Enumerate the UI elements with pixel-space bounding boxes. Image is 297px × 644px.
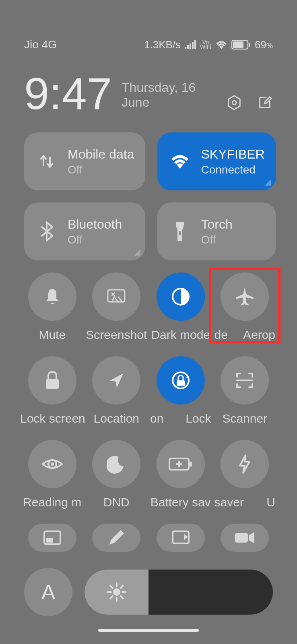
clock-date: Thursday, 16 June <box>122 80 217 116</box>
wifi-expand-icon[interactable] <box>265 179 271 186</box>
large-tiles: Mobile data Off SKYFIBER Connected Bluet… <box>0 116 297 260</box>
settings-icon[interactable] <box>226 95 242 111</box>
edit-icon[interactable] <box>257 95 273 111</box>
battery-icon <box>231 40 251 50</box>
auto-rotate-label: on Lock <box>148 412 213 425</box>
svg-rect-4 <box>194 40 196 49</box>
wifi-icon <box>215 40 227 49</box>
lock-screen-label: Lock screen <box>20 412 85 425</box>
bluetooth-title: Bluetooth <box>68 217 122 232</box>
brightness-icon <box>107 582 126 602</box>
brightness-fill <box>85 570 148 615</box>
torch-sub: Off <box>201 233 232 246</box>
battery-saver-label: Battery sav <box>148 495 213 509</box>
bluetooth-sub: Off <box>68 233 122 246</box>
svg-rect-6 <box>233 41 243 48</box>
data-rate: 1.3KB/s <box>144 39 181 51</box>
auto-brightness-button[interactable]: A <box>24 568 72 616</box>
screenshot-toggle[interactable] <box>92 272 140 321</box>
bluetooth-tile[interactable]: Bluetooth Off <box>24 202 145 260</box>
svg-rect-7 <box>249 43 250 47</box>
clock-time: 9:47 <box>24 71 112 116</box>
torch-title: Torch <box>201 217 232 232</box>
mute-label: Mute <box>20 328 85 342</box>
vowifi-icon: VoWiFi <box>200 40 211 49</box>
toggle-grid: Mute Screenshot Dark mode de Aerop Lock … <box>0 260 297 552</box>
screenshot-label: Screenshot <box>85 328 149 342</box>
dnd-label: DND <box>85 495 149 509</box>
dark-mode-toggle[interactable] <box>157 272 205 321</box>
svg-point-19 <box>51 462 54 466</box>
torch-tile[interactable]: Torch Off <box>157 202 276 260</box>
edit-toggles-toggle[interactable] <box>92 524 140 552</box>
ultra-saver-toggle[interactable] <box>221 440 269 488</box>
floating-window-toggle[interactable] <box>28 524 76 552</box>
screen-record-toggle[interactable] <box>221 524 269 552</box>
svg-rect-23 <box>46 538 53 543</box>
aeroplane-label: de Aerop <box>213 328 277 342</box>
svg-rect-0 <box>185 47 186 49</box>
cast-toggle[interactable] <box>157 524 205 552</box>
svg-rect-17 <box>177 380 185 386</box>
battery-saver-toggle[interactable] <box>157 440 205 488</box>
auto-brightness-label: A <box>41 580 56 604</box>
svg-rect-3 <box>192 42 194 49</box>
svg-rect-2 <box>190 43 191 49</box>
scanner-label: Scanner <box>213 412 277 425</box>
mobile-data-tile[interactable]: Mobile data Off <box>24 132 145 190</box>
reading-mode-toggle[interactable] <box>28 440 76 488</box>
mobile-data-sub: Off <box>68 163 134 176</box>
mute-toggle[interactable] <box>28 272 76 321</box>
wifi-title: SKYFIBER <box>201 147 264 162</box>
svg-rect-21 <box>190 462 192 466</box>
bluetooth-expand-icon[interactable] <box>134 249 140 256</box>
dnd-toggle[interactable] <box>92 440 140 488</box>
aeroplane-toggle[interactable] <box>221 272 269 321</box>
status-right: 1.3KB/s VoWiFi 69% <box>144 39 273 51</box>
wifi-tile[interactable]: SKYFIBER Connected <box>157 132 276 190</box>
mobile-data-icon <box>35 150 58 173</box>
svg-marker-8 <box>229 96 240 109</box>
signal-icon <box>185 40 196 49</box>
carrier-label: Jio 4G <box>24 38 57 51</box>
battery-percent: 69% <box>255 39 273 51</box>
svg-point-26 <box>113 588 120 596</box>
svg-rect-25 <box>235 533 248 543</box>
svg-rect-12 <box>179 231 181 235</box>
brightness-slider[interactable] <box>85 570 273 615</box>
home-indicator[interactable] <box>98 629 199 632</box>
svg-rect-10 <box>176 222 184 226</box>
dark-mode-label: Dark mode <box>148 328 213 342</box>
lock-screen-toggle[interactable] <box>28 356 76 405</box>
location-toggle[interactable] <box>92 356 140 405</box>
svg-rect-1 <box>187 45 189 49</box>
wifi-sub: Connected <box>201 163 264 176</box>
mobile-data-title: Mobile data <box>68 147 134 162</box>
bluetooth-icon <box>35 220 58 243</box>
ultra-saver-label: saver U <box>213 495 277 509</box>
scanner-toggle[interactable] <box>221 356 269 405</box>
svg-rect-15 <box>46 379 59 389</box>
brightness-row: A <box>0 552 297 616</box>
location-label: Location <box>85 412 149 425</box>
torch-icon <box>169 220 191 243</box>
status-bar: Jio 4G 1.3KB/s VoWiFi 69% <box>0 0 297 51</box>
reading-mode-label: Reading m <box>20 495 85 509</box>
auto-rotate-toggle[interactable] <box>157 356 205 405</box>
wifi-tile-icon <box>169 150 191 173</box>
svg-point-9 <box>232 101 236 105</box>
time-date-row: 9:47 Thursday, 16 June <box>0 51 297 116</box>
